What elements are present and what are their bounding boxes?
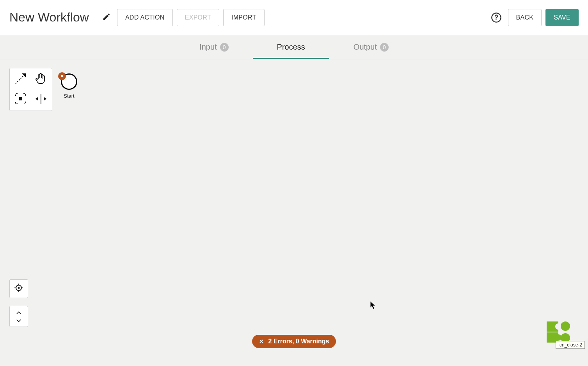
fit-screen-icon [14,92,27,107]
close-icon: ✕ [259,338,264,345]
tool-split[interactable] [32,90,50,109]
mouse-cursor [370,301,377,312]
tool-arrow[interactable] [11,70,30,89]
tab-input[interactable]: Input 0 [175,35,252,59]
header-bar: New Workflow ADD ACTION EXPORT IMPORT BA… [0,0,588,35]
start-node-circle: ✕ [61,73,77,90]
svg-point-8 [18,287,20,289]
chevron-up-icon [16,309,21,316]
back-button[interactable]: BACK [508,9,542,26]
page-title: New Workflow [9,10,89,25]
error-status-pill[interactable]: ✕ 2 Errors, 0 Warnings [252,335,336,348]
tab-output[interactable]: Output 0 [329,35,413,59]
tab-output-label: Output [354,43,377,52]
svg-point-17 [561,321,570,331]
tab-process[interactable]: Process [253,35,329,59]
save-button[interactable]: SAVE [545,9,579,26]
tool-palette [9,68,52,111]
workflow-canvas[interactable]: ✕ Start ✕ 2 Errors, 0 Warnings [0,59,588,366]
start-node-label: Start [61,93,77,99]
split-horizontal-icon [34,92,48,107]
close-icon: ✕ [60,74,64,79]
tooltip: icn_close-2 [556,341,585,349]
center-view-button[interactable] [9,279,28,298]
edit-title-button[interactable] [100,10,113,25]
import-button[interactable]: IMPORT [223,9,265,26]
hand-icon [34,72,48,87]
tab-input-badge: 0 [220,43,229,52]
svg-marker-19 [370,301,375,309]
arrow-dashed-icon [14,72,27,87]
start-node[interactable]: ✕ Start [61,73,77,99]
add-action-button[interactable]: ADD ACTION [117,9,173,26]
tool-pan[interactable] [32,70,50,89]
svg-point-15 [555,323,561,330]
svg-point-16 [555,334,561,341]
error-status-text: 2 Errors, 0 Warnings [268,338,329,345]
expand-collapse-button[interactable] [9,306,28,327]
tab-input-label: Input [199,43,217,52]
target-icon [14,283,23,294]
svg-marker-6 [44,97,46,101]
chevron-down-icon [16,317,21,324]
tab-process-label: Process [277,43,305,52]
svg-point-1 [496,19,497,20]
tab-output-badge: 0 [380,43,389,52]
help-button[interactable] [489,10,504,25]
help-icon [491,12,502,23]
tool-fit[interactable] [11,90,30,109]
export-button[interactable]: EXPORT [177,9,219,26]
svg-marker-5 [36,97,38,101]
svg-rect-3 [19,97,22,100]
start-node-error-badge: ✕ [58,72,66,80]
pencil-icon [102,12,111,22]
tabs-bar: Input 0 Process Output 0 [0,35,588,59]
